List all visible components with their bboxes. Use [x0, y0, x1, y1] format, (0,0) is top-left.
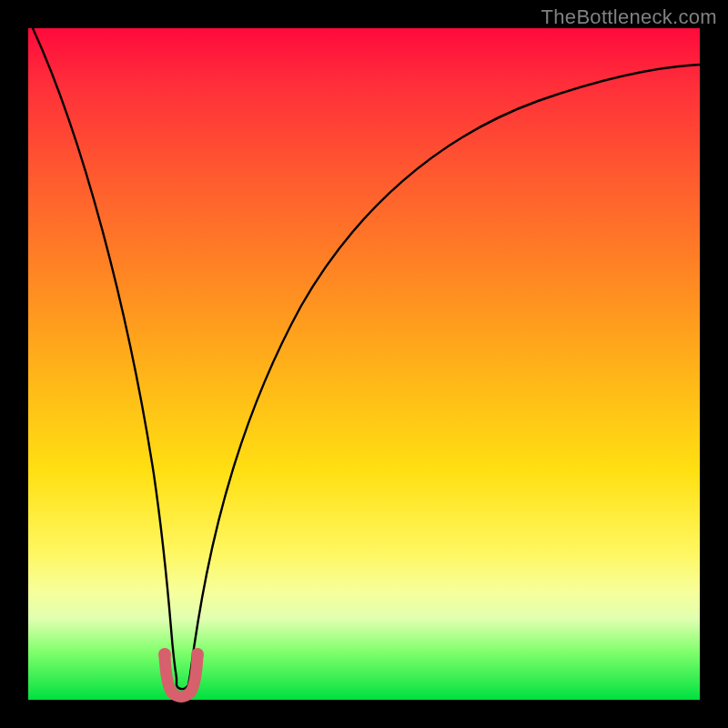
chart-frame: TheBottleneck.com	[0, 0, 728, 728]
highlight-dot-right	[191, 648, 204, 661]
highlight-dip	[165, 656, 197, 697]
bottleneck-curve	[33, 28, 700, 689]
watermark-text: TheBottleneck.com	[541, 5, 717, 29]
curve-svg	[28, 28, 700, 700]
plot-area	[28, 28, 700, 700]
highlight-dot-left	[158, 648, 171, 661]
